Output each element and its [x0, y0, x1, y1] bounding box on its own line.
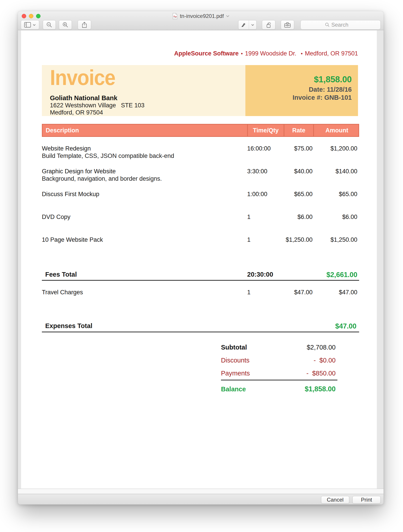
client-name: Goliath National Bank	[50, 94, 245, 102]
window-title-group: tn-invoice9201.pdf	[18, 13, 384, 19]
expenses-total-label: Expenses Total	[42, 322, 92, 330]
toolbar	[18, 20, 384, 30]
balance-label: Balance	[221, 385, 246, 393]
invoice-number: Invoice #: GNB-101	[245, 94, 352, 101]
table-header-row: Description Time/Qty Rate Amount	[42, 124, 359, 137]
pen-chevron-down-icon[interactable]	[249, 20, 256, 29]
bullet-separator: •	[241, 51, 243, 57]
invoice-header-left: Invoice Goliath National Bank 1622 Wests…	[42, 65, 245, 116]
item-time: 1	[247, 236, 283, 244]
pen-icon[interactable]	[238, 20, 249, 29]
invoice-header: Invoice Goliath National Bank 1622 Wests…	[42, 65, 358, 116]
markup-pen-button[interactable]	[238, 20, 257, 30]
client-city: Medford, OR 97504	[50, 109, 245, 116]
rotate-button[interactable]	[262, 20, 275, 30]
pdf-page: AppleSource Software•1999 Woodside Dr.•M…	[21, 30, 377, 489]
item-time: 16:00:00	[247, 145, 283, 152]
item-time: 1	[247, 213, 283, 221]
document-scroll-area[interactable]: AppleSource Software•1999 Woodside Dr.•M…	[18, 30, 384, 489]
item-time: 1	[247, 289, 283, 296]
item-rate: $6.00	[283, 213, 312, 221]
window-title: tn-invoice9201.pdf	[180, 13, 224, 19]
magnifier-plus-icon	[62, 22, 68, 28]
table-row: 10 Page Website Pack 1 $1,250.00 $1,250.…	[42, 236, 359, 259]
column-header-amount: Amount	[313, 125, 360, 136]
item-description: Graphic Design for Website	[42, 168, 247, 175]
share-icon	[82, 22, 87, 28]
search-icon	[325, 23, 330, 27]
fees-total-label: Fees Total	[42, 271, 247, 279]
item-amount: $47.00	[312, 289, 359, 296]
invoice-header-right: $1,858.00 Date: 11/28/16 Invoice #: GNB-…	[245, 65, 358, 116]
rotate-left-icon	[266, 22, 272, 28]
print-button[interactable]: Print	[352, 496, 381, 504]
invoice-title: Invoice	[50, 67, 116, 88]
summary-subtotal-row: Subtotal $2,708.00	[221, 343, 338, 351]
item-description: Travel Charges	[42, 289, 247, 296]
item-amount: $6.00	[312, 213, 359, 221]
item-rate: $75.00	[283, 145, 312, 152]
search-input[interactable]	[331, 22, 356, 28]
item-rate: $40.00	[283, 168, 312, 175]
title-chevron-down-icon[interactable]	[226, 15, 229, 17]
summary-payments-row: Payments - $850.00	[221, 369, 338, 377]
column-header-time-qty: Time/Qty	[247, 125, 284, 136]
fees-total-row: Fees Total 20:30:00 $2,661.00	[42, 271, 359, 281]
invoice-total-amount: $1,858.00	[245, 75, 352, 84]
zoom-out-button[interactable]	[43, 20, 56, 30]
discounts-label: Discounts	[221, 356, 249, 364]
table-row: Website Redesign 16:00:00 $75.00 $1,200.…	[42, 145, 359, 168]
item-subdescription: Build Template, CSS, JSON compatible bac…	[42, 152, 247, 160]
chevron-down-icon	[33, 24, 36, 26]
share-button[interactable]	[78, 20, 91, 30]
table-row: Discuss First Mockup 1:00:00 $65.00 $65.…	[42, 190, 359, 213]
vendor-city: Medford, OR 97501	[305, 50, 358, 57]
item-description: Website Redesign	[42, 145, 247, 152]
discounts-value: - $0.00	[314, 356, 338, 364]
item-subdescription: Background, navigation, and border desig…	[42, 175, 247, 183]
sidebar-view-button[interactable]	[21, 20, 39, 30]
balance-value: $1,858.00	[305, 385, 338, 393]
item-description: DVD Copy	[42, 213, 247, 221]
item-description: 10 Page Website Pack	[42, 236, 247, 244]
preview-window: tn-invoice9201.pdf	[18, 11, 384, 505]
client-street: 1622 Westshown Village STE 103	[50, 102, 245, 109]
search-field[interactable]	[300, 20, 381, 30]
expense-row: Travel Charges 1 $47.00 $47.00	[42, 289, 359, 296]
fee-items: Website Redesign 16:00:00 $75.00 $1,200.…	[42, 145, 359, 259]
cancel-button[interactable]: Cancel	[321, 496, 349, 504]
item-rate: $65.00	[283, 190, 312, 198]
item-rate: $1,250.00	[283, 236, 312, 244]
item-time: 1:00:00	[247, 190, 283, 198]
markup-toolbox-button[interactable]	[281, 20, 294, 30]
bottom-bar: Cancel Print	[18, 489, 384, 505]
title-bar: tn-invoice9201.pdf	[18, 11, 384, 30]
item-amount: $65.00	[312, 190, 359, 198]
zoom-in-button[interactable]	[59, 20, 72, 30]
payments-label: Payments	[221, 369, 250, 377]
expenses-total-row: Expenses Total $47.00	[42, 322, 359, 332]
item-rate: $47.00	[283, 289, 312, 296]
subtotal-label: Subtotal	[221, 343, 247, 351]
pdf-document-icon	[172, 13, 178, 19]
item-amount: $1,200.00	[312, 145, 359, 152]
vendor-line: AppleSource Software•1999 Woodside Dr.•M…	[174, 50, 358, 57]
column-header-rate: Rate	[284, 125, 313, 136]
expenses-total-amount: $47.00	[335, 322, 359, 330]
fees-total-time: 20:30:00	[247, 271, 283, 279]
toolbox-icon	[284, 22, 291, 28]
invoice-date: Date: 11/28/16	[245, 86, 352, 93]
payments-value: - $850.00	[306, 369, 338, 377]
column-header-description: Description	[43, 125, 247, 136]
item-amount: $1,250.00	[312, 236, 359, 244]
table-row: Graphic Design for Website 3:30:00 $40.0…	[42, 168, 359, 190]
vendor-name: AppleSource Software	[174, 50, 239, 57]
item-time: 3:30:00	[247, 168, 283, 175]
subtotal-value: $2,708.00	[307, 343, 338, 351]
item-amount: $140.00	[312, 168, 359, 175]
summary-balance-row: Balance $1,858.00	[221, 380, 338, 393]
fees-total-amount: $2,661.00	[312, 271, 359, 279]
bullet-separator: •	[301, 51, 302, 57]
summary-discounts-row: Discounts - $0.00	[221, 356, 338, 364]
vendor-street: 1999 Woodside Dr.	[245, 50, 296, 57]
